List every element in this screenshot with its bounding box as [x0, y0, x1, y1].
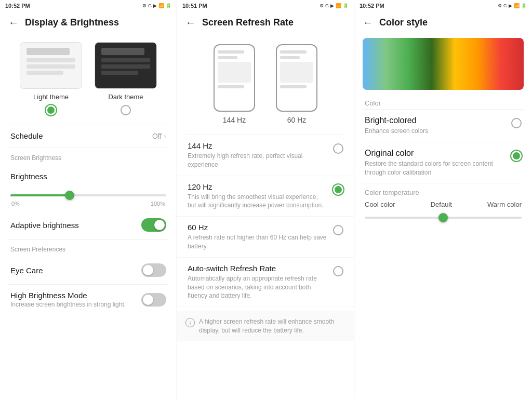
settings-icon: ⚙ [142, 3, 147, 8]
phone-60-outline [276, 44, 317, 112]
high-brightness-label: High Brightness Mode [10, 291, 126, 300]
brightness-thumb[interactable] [65, 191, 74, 200]
bright-colored-radio[interactable] [511, 118, 522, 128]
status-bar-1: 10:52 PM ⚙ G ▶ 📶 🔋 [0, 0, 177, 11]
panel-color-style: 10:52 PM ⚙ G ▶ 📶 🔋 ← Color style Color B… [354, 0, 532, 399]
dark-theme-label: Dark theme [108, 93, 143, 101]
phone-bar-4 [280, 50, 307, 54]
cast-icon-3: ▶ [509, 3, 512, 8]
info-text: A higher screen refresh rate will enhanc… [199, 317, 345, 335]
option-120-radio[interactable] [333, 184, 343, 195]
status-time-2: 10:51 PM [182, 3, 207, 9]
original-color-title: Original color [365, 149, 506, 158]
dark-bar-2 [101, 58, 150, 62]
original-color-radio[interactable] [511, 151, 522, 161]
schedule-value: Off › [152, 132, 166, 140]
refresh-preview: 144 Hz 60 Hz [177, 34, 354, 135]
refresh-option-auto[interactable]: Auto-switch Refresh Rate Automatically a… [177, 258, 354, 307]
status-icons-3: ⚙ G ▶ 📶 🔋 [498, 3, 527, 8]
option-144-radio[interactable] [333, 143, 343, 154]
temp-slider-thumb[interactable] [438, 213, 448, 222]
light-bar-4 [26, 71, 63, 75]
option-120-title: 120 Hz [188, 182, 328, 191]
adaptive-brightness-row[interactable]: Adaptive brightness [0, 211, 177, 239]
status-time-1: 10:52 PM [5, 3, 30, 9]
signal-icon-3: 📶 [514, 3, 520, 8]
refresh-option-60[interactable]: 60 Hz A refresh rate not higher than 60 … [177, 217, 354, 258]
light-theme-preview [20, 42, 82, 89]
light-theme-radio[interactable] [46, 105, 56, 115]
option-120-desc: This will bring the smoothest visual exp… [188, 193, 328, 210]
option-auto-radio[interactable] [333, 266, 343, 276]
color-section-label: Color [354, 94, 532, 109]
panel2-content: 144 Hz 60 Hz 144 Hz Extremely high refre… [177, 34, 354, 399]
status-bar-2: 10:51 PM ⚙ G ▶ 📶 🔋 [177, 0, 354, 11]
option-60-title: 60 Hz [188, 223, 328, 232]
theme-selector: Light theme Dark theme [0, 34, 177, 124]
dark-theme-preview [95, 42, 157, 89]
battery-icon: 🔋 [166, 3, 171, 8]
warm-color-label: Warm color [487, 201, 522, 208]
brightness-label: Brightness [10, 172, 47, 181]
option-144-desc: Extremely high refresh rate, perfect vis… [188, 152, 328, 169]
original-color-desc: Restore the standard colors for screen c… [365, 159, 506, 177]
signal-icon-2: 📶 [336, 3, 341, 8]
eye-care-toggle[interactable] [141, 263, 166, 277]
adaptive-brightness-toggle[interactable] [141, 218, 166, 232]
settings-icon-3: ⚙ [498, 3, 502, 8]
high-brightness-toggle[interactable] [141, 293, 166, 307]
header-1: ← Display & Brightness [0, 11, 177, 34]
light-bar-3 [26, 64, 75, 69]
status-icons-2: ⚙ G ▶ 📶 🔋 [320, 3, 349, 8]
eye-care-row[interactable]: Eye Care [0, 256, 177, 284]
phone-mock-60: 60 Hz [276, 44, 317, 124]
light-theme-label: Light theme [33, 93, 69, 101]
refresh-option-144[interactable]: 144 Hz Extremely high refresh rate, perf… [177, 135, 354, 176]
battery-icon-2: 🔋 [343, 3, 349, 8]
refresh-option-120[interactable]: 120 Hz This will bring the smoothest vis… [177, 176, 354, 217]
back-button-2[interactable]: ← [185, 17, 196, 29]
panel-refresh-rate: 10:51 PM ⚙ G ▶ 📶 🔋 ← Screen Refresh Rate… [177, 0, 354, 399]
cast-icon: ▶ [153, 3, 157, 8]
color-option-bright[interactable]: Bright-colored Enhance screen colors [354, 110, 532, 142]
option-60-radio[interactable] [333, 225, 343, 235]
schedule-label: Schedule [10, 131, 43, 140]
eye-care-label: Eye Care [10, 266, 43, 275]
cool-color-label: Cool color [365, 201, 395, 208]
panel3-content: Color Bright-colored Enhance screen colo… [354, 34, 532, 399]
temp-slider-container [354, 210, 532, 229]
brightness-fill [10, 194, 70, 196]
brightness-max: 100% [151, 201, 165, 207]
panel-display-brightness: 10:52 PM ⚙ G ▶ 📶 🔋 ← Display & Brightnes… [0, 0, 177, 399]
brightness-min: 0% [11, 201, 20, 207]
theme-option-dark[interactable]: Dark theme [95, 42, 157, 115]
settings-icon-2: ⚙ [320, 3, 324, 8]
phone-bar-5 [280, 56, 300, 59]
phone-bar-3 [218, 85, 244, 88]
high-brightness-text: High Brightness Mode Increase screen bri… [10, 291, 126, 308]
schedule-row[interactable]: Schedule Off › [0, 124, 177, 148]
high-brightness-row[interactable]: High Brightness Mode Increase screen bri… [0, 285, 177, 314]
phone-144-outline [214, 44, 255, 112]
temp-section-label: Color temperature [354, 183, 532, 198]
brightness-labels: 0% 100% [10, 201, 166, 207]
phone-content-1 [218, 62, 251, 83]
phone-mock-144: 144 Hz [214, 44, 255, 124]
cast-icon-2: ▶ [330, 3, 334, 8]
battery-icon-3: 🔋 [521, 3, 527, 8]
dark-theme-radio[interactable] [121, 105, 131, 115]
bright-colored-desc: Enhance screen colors [365, 127, 428, 136]
temp-slider-header: Cool color Default Warm color [354, 198, 532, 210]
brightness-track[interactable] [10, 194, 166, 196]
back-button-3[interactable]: ← [363, 17, 373, 29]
hz-label-60: 60 Hz [287, 116, 307, 124]
color-option-original[interactable]: Original color Restore the standard colo… [354, 142, 532, 183]
temp-slider-track[interactable] [365, 217, 522, 219]
g-icon: G [148, 3, 152, 8]
status-time-3: 10:52 PM [360, 3, 384, 9]
option-60-desc: A refresh rate not higher than 60 Hz can… [188, 233, 328, 251]
theme-option-light[interactable]: Light theme [20, 42, 82, 115]
back-button-1[interactable]: ← [8, 17, 19, 29]
brightness-row: Brightness [0, 165, 177, 188]
brightness-slider-container: 0% 100% [0, 188, 177, 211]
